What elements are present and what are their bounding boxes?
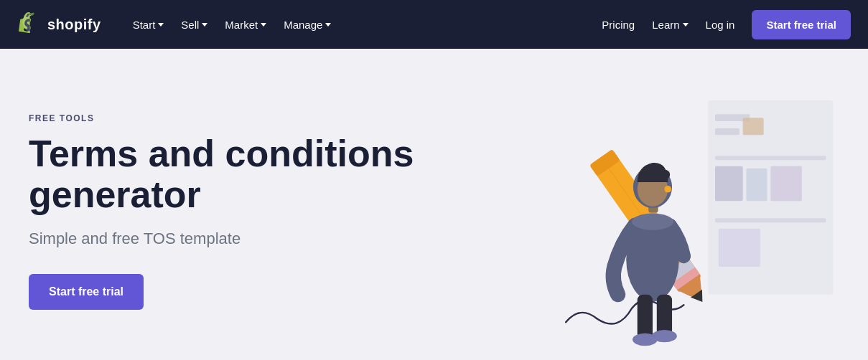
hero-content: FREE TOOLS Terms and conditions generato…: [29, 99, 414, 310]
svg-rect-24: [638, 295, 653, 340]
nav-start-trial-button[interactable]: Start free trial: [752, 10, 851, 39]
svg-rect-6: [747, 169, 767, 201]
hero-section: FREE TOOLS Terms and conditions generato…: [0, 49, 868, 360]
logo-area[interactable]: shopify: [17, 12, 101, 37]
svg-point-27: [652, 330, 677, 342]
nav-market-label: Market: [225, 19, 258, 31]
nav-left: shopify Start Sell Market Manage: [17, 12, 338, 37]
nav-learn-chevron-icon: [683, 23, 689, 27]
brand-name: shopify: [47, 16, 101, 33]
hero-title-line2: generator: [29, 174, 201, 215]
svg-rect-8: [715, 218, 826, 222]
nav-manage-chevron-icon: [325, 23, 331, 27]
shopify-logo-icon: [17, 12, 42, 37]
svg-point-28: [632, 214, 673, 230]
hero-illustration-svg: [444, 54, 861, 355]
svg-rect-5: [715, 166, 743, 201]
nav-manage[interactable]: Manage: [276, 13, 338, 37]
hero-subtitle: Simple and free TOS template: [29, 229, 414, 248]
nav-market-chevron-icon: [261, 23, 266, 27]
svg-rect-9: [719, 229, 760, 267]
nav-learn[interactable]: Learn: [645, 13, 695, 37]
nav-login-label: Log in: [706, 19, 735, 31]
nav-market[interactable]: Market: [218, 13, 274, 37]
svg-rect-4: [715, 156, 826, 160]
nav-start-label: Start: [133, 19, 156, 31]
hero-title-line1: Terms and conditions: [29, 133, 414, 174]
hero-title: Terms and conditions generator: [29, 133, 414, 215]
nav-start[interactable]: Start: [126, 13, 172, 37]
nav-manage-label: Manage: [284, 19, 322, 31]
nav-login[interactable]: Log in: [699, 13, 742, 37]
nav-sell-chevron-icon: [202, 23, 207, 27]
hero-illustration: [437, 49, 868, 360]
svg-rect-25: [657, 295, 672, 336]
navigation: shopify Start Sell Market Manage Pricing: [0, 0, 868, 49]
nav-links: Start Sell Market Manage: [126, 13, 339, 37]
svg-point-23: [664, 186, 671, 193]
nav-start-chevron-icon: [158, 23, 164, 27]
nav-right: Pricing Learn Log in Start free trial: [594, 10, 851, 39]
svg-rect-7: [770, 166, 802, 201]
nav-learn-label: Learn: [652, 19, 679, 31]
hero-start-trial-button[interactable]: Start free trial: [29, 274, 144, 310]
svg-rect-3: [743, 118, 764, 135]
free-tools-label: FREE TOOLS: [29, 113, 414, 123]
nav-sell-label: Sell: [181, 19, 199, 31]
nav-pricing-label: Pricing: [602, 19, 635, 31]
nav-pricing[interactable]: Pricing: [594, 13, 642, 37]
svg-rect-2: [715, 128, 739, 136]
nav-sell[interactable]: Sell: [174, 13, 215, 37]
